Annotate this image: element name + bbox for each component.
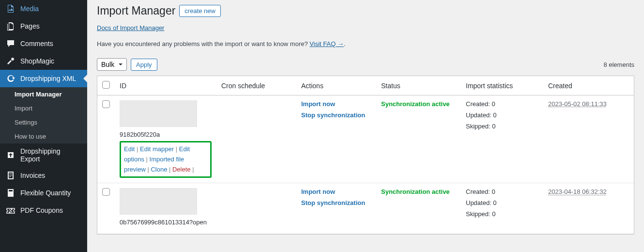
edit-mapper-link[interactable]: Edit mapper — [140, 145, 174, 153]
stat-updated: Updated: 0 — [466, 199, 538, 206]
sidebar-item-label: Comments — [20, 40, 53, 47]
sidebar-item-label: Dropshipping Export — [20, 147, 81, 163]
sidebar-item-label: Invoices — [20, 172, 45, 179]
stat-skipped: Skipped: 0 — [466, 210, 538, 218]
import-now-link[interactable]: Import now — [301, 188, 371, 195]
status-badge: Synchronization active — [381, 100, 450, 108]
col-cron[interactable]: Cron schedule — [216, 76, 296, 95]
sidebar-item-label: Flexible Quantity — [20, 189, 71, 197]
import-thumbnail — [120, 188, 197, 215]
coupon-icon — [6, 205, 15, 215]
created-date: 2023-05-02 08:11:33 — [548, 100, 607, 108]
col-check — [97, 76, 115, 95]
info-line: Have you encountered any problems with t… — [97, 40, 634, 47]
cron-cell — [216, 95, 296, 183]
select-all-checkbox[interactable] — [102, 81, 110, 89]
stat-created: Created: 0 — [466, 100, 538, 108]
admin-sidebar: Media Pages Comments ShopMagic Dropshipp… — [0, 0, 87, 252]
invoice-icon — [6, 171, 15, 180]
sidebar-item-shopmagic[interactable]: ShopMagic — [0, 52, 87, 70]
docs-link[interactable]: Docs of Import Manager — [97, 24, 164, 32]
sidebar-item-media[interactable]: Media — [0, 0, 87, 17]
row-checkbox[interactable] — [102, 100, 110, 108]
page-title: Import Manager — [97, 4, 175, 17]
sidebar-submenu: Import Manager Import Settings How to us… — [0, 87, 87, 143]
status-badge: Synchronization active — [381, 188, 450, 195]
toolbar-left: Bulk Apply — [97, 58, 157, 71]
bulk-select[interactable]: Bulk — [97, 58, 127, 71]
row-checkbox[interactable] — [102, 188, 110, 196]
import-id: 9182b05f220a — [120, 131, 212, 138]
sidebar-item-flexible-quantity[interactable]: Flexible Quantity — [0, 184, 87, 202]
toolbar: Bulk Apply 8 elements — [97, 58, 634, 71]
pages-icon — [6, 21, 15, 31]
submenu-import[interactable]: Import — [0, 101, 87, 115]
sidebar-item-label: PDF Coupons — [20, 206, 63, 214]
sidebar-item-label: Pages — [20, 22, 40, 30]
stat-created: Created: 0 — [466, 188, 538, 195]
sidebar-item-pdf-coupons[interactable]: PDF Coupons — [0, 202, 87, 219]
export-icon — [6, 150, 15, 160]
import-thumbnail — [120, 100, 197, 127]
refresh-icon — [6, 74, 15, 83]
info-suffix: . — [344, 40, 346, 47]
sidebar-item-label: Media — [20, 5, 39, 13]
apply-button[interactable]: Apply — [131, 59, 157, 71]
sidebar-item-comments[interactable]: Comments — [0, 35, 87, 52]
submenu-import-manager[interactable]: Import Manager — [0, 87, 87, 101]
main-content: Import Manager create new Docs of Import… — [87, 0, 644, 252]
sidebar-item-dropshipping-xml[interactable]: Dropshipping XML — [0, 70, 87, 87]
row-actions: Edit | Edit mapper | Edit options | Impo… — [120, 141, 212, 178]
elements-count: 8 elements — [603, 61, 634, 68]
delete-link[interactable]: Delete — [172, 166, 191, 173]
cron-cell — [216, 183, 296, 234]
stop-sync-link[interactable]: Stop synchronization — [301, 199, 371, 206]
col-status[interactable]: Status — [376, 76, 461, 95]
table-row: 9182b05f220a Edit | Edit mapper | Edit o… — [97, 95, 634, 183]
col-stats[interactable]: Import statistics — [461, 76, 543, 95]
table-row: 0b75676999c861013314?open Import now Sto… — [97, 183, 634, 234]
submenu-settings[interactable]: Settings — [0, 115, 87, 129]
created-date: 2023-04-18 06:32:32 — [548, 188, 607, 195]
stat-skipped: Skipped: 0 — [466, 123, 538, 130]
sidebar-item-invoices[interactable]: Invoices — [0, 167, 87, 184]
import-now-link[interactable]: Import now — [301, 100, 371, 108]
clone-link[interactable]: Clone — [151, 166, 167, 173]
submenu-how-to-use[interactable]: How to use — [0, 129, 87, 143]
comments-icon — [6, 39, 15, 48]
sidebar-item-pages[interactable]: Pages — [0, 17, 87, 35]
import-table: ID Cron schedule Actions Status Import s… — [97, 76, 634, 235]
create-new-button[interactable]: create new — [179, 5, 221, 17]
active-indicator-icon — [83, 75, 87, 82]
col-created[interactable]: Created — [543, 76, 634, 95]
media-icon — [6, 4, 15, 14]
sidebar-item-dropshipping-export[interactable]: Dropshipping Export — [0, 143, 87, 167]
sidebar-item-label: ShopMagic — [20, 57, 54, 65]
wand-icon — [6, 56, 15, 66]
stop-sync-link[interactable]: Stop synchronization — [301, 111, 371, 119]
stat-updated: Updated: 0 — [466, 111, 538, 119]
col-id[interactable]: ID — [115, 76, 216, 95]
faq-link[interactable]: Visit FAQ → — [309, 40, 344, 47]
edit-link[interactable]: Edit — [124, 145, 135, 153]
sidebar-item-label: Dropshipping XML — [20, 75, 76, 82]
calculator-icon — [6, 188, 15, 198]
info-text: Have you encountered any problems with t… — [97, 40, 309, 47]
col-actions[interactable]: Actions — [296, 76, 376, 95]
import-id: 0b75676999c861013314?open — [120, 219, 212, 226]
page-title-row: Import Manager create new — [97, 0, 634, 17]
